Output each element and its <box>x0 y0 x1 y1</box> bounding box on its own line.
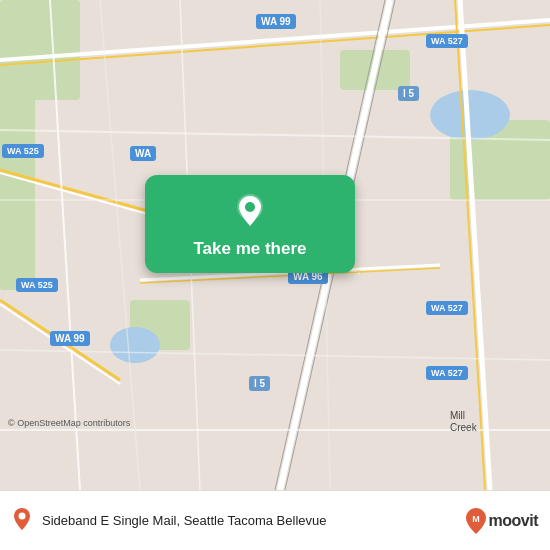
copyright-text: © OpenStreetMap contributors <box>8 418 130 428</box>
label-wa527-low: WA 527 <box>426 366 468 380</box>
moovit-logo-icon: M <box>465 507 487 535</box>
label-wa527-top: WA 527 <box>426 34 468 48</box>
moovit-logo: M moovit <box>465 507 538 535</box>
moovit-logo-text: moovit <box>489 512 538 530</box>
label-wa99-bot: WA 99 <box>50 331 90 346</box>
label-i5-bot: I 5 <box>249 376 270 391</box>
svg-point-7 <box>110 327 160 363</box>
label-wa527-mid: WA 527 <box>426 301 468 315</box>
label-i5-top: I 5 <box>398 86 419 101</box>
svg-point-30 <box>245 202 255 212</box>
location-text: Sideband E Single Mail, Seattle Tacoma B… <box>42 513 455 528</box>
label-wa-mid: WA <box>130 146 156 161</box>
svg-rect-1 <box>0 0 80 100</box>
take-me-there-label: Take me there <box>193 239 306 259</box>
location-pin-icon <box>231 193 269 231</box>
svg-text:M: M <box>472 514 480 524</box>
bottom-bar: Sideband E Single Mail, Seattle Tacoma B… <box>0 490 550 550</box>
label-wa525-mid: WA 525 <box>16 278 58 292</box>
map-view: WA 99 WA 527 I 5 WA 525 WA WA 525 WA 96 … <box>0 0 550 490</box>
svg-point-31 <box>19 512 26 519</box>
take-me-there-button[interactable]: Take me there <box>145 175 355 273</box>
bottom-pin-icon <box>12 507 32 531</box>
location-icon-wrap <box>12 507 32 535</box>
label-mill-creek: MillCreek <box>450 410 477 434</box>
label-wa525-left: WA 525 <box>2 144 44 158</box>
label-wa99-top: WA 99 <box>256 14 296 29</box>
svg-rect-2 <box>0 90 35 290</box>
